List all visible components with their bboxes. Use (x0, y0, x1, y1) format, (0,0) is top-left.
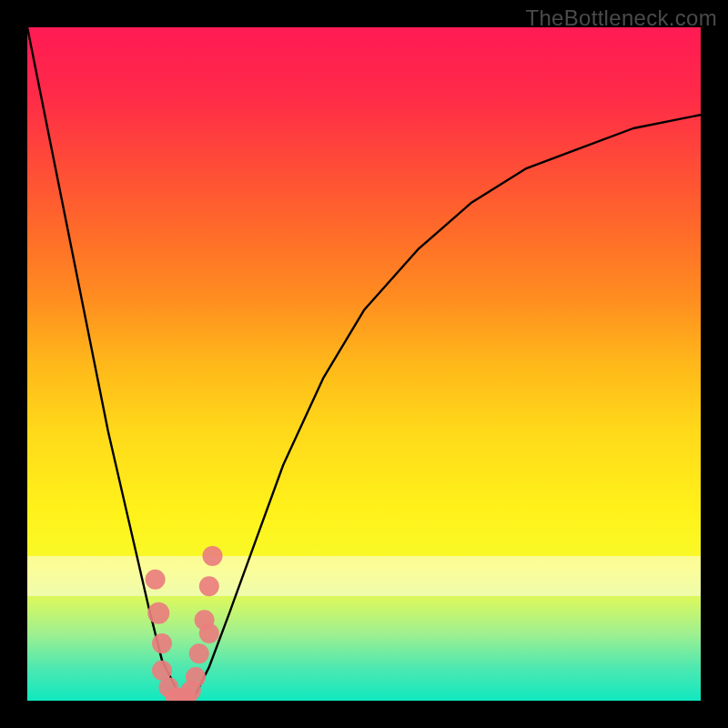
cluster-point (199, 576, 219, 596)
cluster-point (152, 633, 172, 653)
cluster-point (203, 546, 223, 566)
chart-frame: TheBottleneck.com (0, 0, 728, 728)
cluster-point (199, 623, 219, 643)
watermark-text: TheBottleneck.com (525, 5, 717, 31)
curve-layer (27, 27, 701, 701)
plot-area (27, 27, 701, 701)
cluster-point (186, 667, 206, 687)
cluster-point (189, 643, 209, 663)
bottleneck-curve (27, 27, 701, 701)
cluster-point (146, 570, 166, 590)
cluster-point (147, 602, 169, 624)
